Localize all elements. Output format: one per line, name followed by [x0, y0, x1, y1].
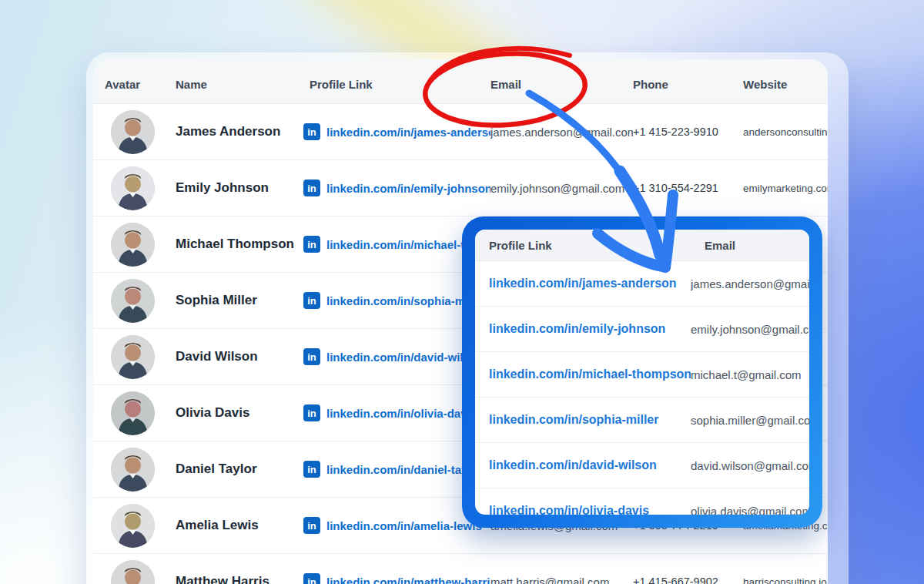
profile-link-cell: in linkedin.com/in/amelia-lewis — [303, 517, 490, 534]
avatar — [111, 335, 155, 379]
profile-link[interactable]: linkedin.com/in/daniel-taylor — [326, 463, 483, 476]
contact-name: Sophia Miller — [176, 293, 303, 308]
zoom-profile-link[interactable]: linkedin.com/in/david-wilson — [489, 458, 657, 472]
avatar-photo — [111, 279, 155, 323]
phone-cell: +1 415-667-9902 — [633, 576, 743, 584]
linkedin-icon: in — [303, 517, 320, 534]
profile-link[interactable]: linkedin.com/in/james-anderson — [326, 126, 490, 139]
email-cell: matt.harris@gmail.com — [490, 576, 633, 584]
zoom-profile-link[interactable]: linkedin.com/in/james-anderson — [489, 277, 677, 290]
avatar — [111, 504, 155, 548]
profile-link-cell: in linkedin.com/in/james-anderson — [303, 123, 490, 140]
zoom-panel-row: linkedin.com/in/james-anderson james.and… — [475, 261, 809, 307]
zoom-panel-header-row: Profile Link Email — [475, 230, 809, 261]
zoom-profile-link[interactable]: linkedin.com/in/michael-thompson — [489, 368, 691, 381]
profile-link[interactable]: linkedin.com/in/amelia-lewis — [326, 519, 482, 532]
linkedin-icon: in — [303, 292, 320, 309]
avatar-cell — [105, 448, 176, 492]
avatar — [111, 560, 155, 584]
column-header-email: Email — [490, 78, 633, 91]
zoom-email-cell: sophia.miller@gmail.com — [691, 414, 809, 427]
linkedin-icon: in — [303, 348, 320, 365]
website-cell: andersonconsulting.com — [743, 126, 828, 138]
contact-name: Emily Johnson — [176, 180, 303, 196]
table-header-row: Avatar Name Profile Link Email Phone Web… — [93, 59, 828, 104]
avatar-cell — [105, 279, 176, 323]
contact-name: Amelia Lewis — [176, 518, 303, 533]
avatar-cell — [105, 560, 176, 584]
website-cell: emilymarketing.com — [743, 183, 828, 194]
contact-name: David Wilson — [176, 349, 303, 364]
zoom-email-cell: david.wilson@gmail.com — [691, 459, 809, 472]
linkedin-icon: in — [303, 236, 320, 253]
column-header-phone: Phone — [633, 78, 743, 91]
avatar-cell — [105, 166, 176, 210]
avatar-photo — [111, 391, 155, 435]
column-header-website: Website — [743, 78, 828, 91]
avatar-cell — [105, 504, 176, 548]
profile-link[interactable]: linkedin.com/in/matthew-harris — [326, 576, 490, 584]
avatar-photo — [111, 166, 155, 210]
zoom-profile-link[interactable]: linkedin.com/in/sophia-miller — [489, 413, 658, 426]
avatar — [111, 448, 155, 492]
avatar-cell — [105, 391, 176, 435]
phone-cell: +1 415-223-9910 — [633, 126, 743, 138]
avatar — [111, 391, 155, 435]
avatar-photo — [111, 448, 155, 492]
zoom-panel-row: linkedin.com/in/david-wilson david.wilso… — [475, 443, 809, 488]
profile-link[interactable]: linkedin.com/in/emily-johnson — [326, 182, 490, 195]
phone-cell: +1 310-554-2291 — [633, 182, 743, 194]
email-cell: emily.johnson@gmail.com — [490, 182, 633, 195]
column-header-name: Name — [176, 78, 303, 91]
zoom-panel-row: linkedin.com/in/sophia-miller sophia.mil… — [475, 398, 809, 443]
contact-name: Michael Thompson — [176, 237, 303, 252]
linkedin-icon: in — [303, 180, 320, 196]
avatar — [111, 166, 155, 210]
zoom-panel-body: linkedin.com/in/james-anderson james.and… — [475, 261, 809, 515]
avatar-photo — [111, 560, 155, 584]
profile-link[interactable]: linkedin.com/in/david-wilson — [326, 351, 484, 364]
zoom-panel-row: linkedin.com/in/emily-johnson emily.john… — [475, 307, 809, 352]
avatar — [111, 110, 155, 154]
table-row: James Anderson in linkedin.com/in/james-… — [93, 104, 828, 160]
column-header-avatar: Avatar — [105, 78, 176, 91]
profile-link[interactable]: linkedin.com/in/olivia-davis — [326, 407, 477, 420]
avatar-photo — [111, 110, 155, 154]
zoom-email-cell: olivia.davis@gmail.com — [691, 505, 809, 515]
linkedin-icon: in — [303, 404, 320, 421]
avatar-photo — [111, 504, 155, 548]
zoom-profile-link-cell: linkedin.com/in/sophia-miller — [475, 413, 691, 427]
zoom-panel-row: linkedin.com/in/michael-thompson michael… — [475, 352, 809, 398]
contact-name: Daniel Taylor — [176, 461, 303, 477]
avatar-cell — [105, 335, 176, 379]
zoom-profile-link-cell: linkedin.com/in/michael-thompson — [475, 368, 691, 381]
contact-name: Olivia Davis — [176, 405, 303, 421]
column-header-profile-link: Profile Link — [303, 78, 490, 91]
contact-name: Matthew Harris — [176, 574, 303, 584]
email-cell: james.anderson@gmail.com — [490, 126, 633, 139]
table-row: Matthew Harris in linkedin.com/in/matthe… — [93, 554, 828, 584]
zoom-email-cell: emily.johnson@gmail.com — [691, 323, 809, 336]
zoom-email-cell: michael.t@gmail.com — [691, 368, 809, 381]
zoom-profile-link-cell: linkedin.com/in/james-anderson — [475, 277, 691, 290]
profile-link-cell: in linkedin.com/in/emily-johnson — [303, 180, 490, 196]
profile-link-cell: in linkedin.com/in/matthew-harris — [303, 573, 490, 584]
zoom-profile-link[interactable]: linkedin.com/in/emily-johnson — [489, 322, 665, 335]
table-row: Emily Johnson in linkedin.com/in/emily-j… — [93, 160, 828, 216]
zoom-profile-link-cell: linkedin.com/in/emily-johnson — [475, 322, 691, 336]
avatar — [111, 279, 155, 323]
linkedin-icon: in — [303, 573, 320, 584]
linkedin-icon: in — [303, 123, 320, 140]
zoom-detail-panel: Profile Link Email linkedin.com/in/james… — [462, 216, 822, 528]
avatar-photo — [111, 223, 155, 267]
zoom-profile-link-cell: linkedin.com/in/david-wilson — [475, 458, 691, 472]
zoom-column-header-profile-link: Profile Link — [475, 239, 691, 252]
contact-name: James Anderson — [176, 124, 303, 139]
zoom-profile-link[interactable]: linkedin.com/in/olivia-davis — [489, 504, 649, 515]
zoom-column-header-email: Email — [691, 239, 809, 252]
zoom-panel-content: Profile Link Email linkedin.com/in/james… — [475, 230, 809, 515]
zoom-email-cell: james.anderson@gmail.com — [691, 277, 809, 290]
linkedin-icon: in — [303, 461, 320, 478]
avatar — [111, 223, 155, 267]
avatar-cell — [105, 223, 176, 267]
